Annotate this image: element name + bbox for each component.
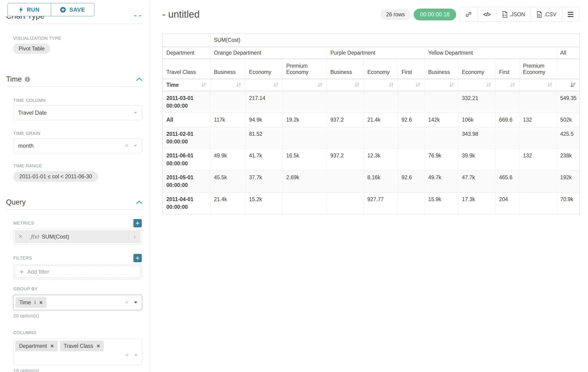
sort-toggle-icon[interactable]	[236, 82, 242, 88]
row-header: 2011-04-01 00:00:00	[162, 192, 210, 214]
columns-pill-label: Travel Class	[64, 343, 93, 349]
caret-right-icon[interactable]: ›	[128, 230, 141, 243]
cell: 332.21	[458, 91, 495, 113]
cell: 132	[519, 113, 556, 127]
hamburger-icon	[568, 12, 573, 17]
sort-cell	[398, 79, 424, 91]
metrics-label: METRICS	[13, 221, 34, 226]
metric-item[interactable]: ✕ ƒ(x) SUM(Cost) ›	[15, 230, 141, 243]
columns-pill[interactable]: Department ✕	[15, 340, 58, 351]
cell	[398, 192, 424, 214]
cell: 132	[519, 149, 556, 171]
cell	[519, 192, 556, 214]
cell: 45.5k	[210, 170, 245, 192]
time-range-value[interactable]: 2011-01-01 ≤ col < 2011-06-30	[13, 171, 98, 182]
time-grain-label: TIME GRAIN	[13, 131, 150, 136]
export-csv-button[interactable]: .CSV	[531, 7, 562, 22]
caret-down-icon[interactable]	[134, 354, 137, 356]
sort-descending-icon[interactable]	[570, 82, 576, 88]
table-row: 2011-03-01 00:00:00 217.14 332.21 549.35	[162, 91, 580, 113]
group-by-select[interactable]: Time i ✕ ✕	[13, 295, 142, 310]
chevron-up-icon[interactable]	[134, 15, 142, 17]
group-by-pill[interactable]: Time i ✕	[16, 297, 46, 308]
add-filter-button[interactable]: Add filter	[15, 266, 141, 278]
table-row: All 117k 94.9k 19.2k 937.2 21.4k 92.6 14…	[162, 113, 580, 127]
cell	[495, 91, 519, 113]
page-title[interactable]: - untitled	[162, 9, 200, 20]
remove-pill-icon[interactable]: ✕	[96, 343, 100, 349]
sub-column-header: First	[495, 59, 519, 79]
time-column-select[interactable]: Travel Date	[13, 105, 142, 120]
plus-circle-icon	[60, 7, 66, 13]
save-button[interactable]: SAVE	[51, 3, 94, 16]
link-icon	[465, 11, 472, 18]
sort-toggle-icon[interactable]	[317, 82, 323, 88]
more-options-button[interactable]	[562, 7, 579, 22]
export-json-button[interactable]: .JSON	[496, 7, 531, 22]
cell: 117k	[210, 113, 245, 127]
cell	[364, 127, 398, 149]
sort-toggle-icon[interactable]	[354, 82, 360, 88]
metric-main: ƒ(x) SUM(Cost)	[27, 234, 128, 240]
run-button[interactable]: RUN	[8, 3, 51, 16]
cell	[519, 127, 556, 149]
sort-toggle-icon[interactable]	[273, 82, 279, 88]
cell: 343.98	[458, 127, 495, 149]
plus-icon	[19, 269, 24, 274]
caret-down-icon	[134, 112, 137, 114]
cell: 49.9k	[210, 149, 245, 171]
cell	[398, 127, 424, 149]
columns-pill[interactable]: Travel Class ✕	[60, 340, 104, 351]
sub-column-header-empty	[556, 59, 580, 79]
sort-toggle-icon[interactable]	[449, 82, 454, 88]
clear-icon[interactable]: ✕	[125, 299, 129, 306]
time-grain-value: month	[18, 142, 125, 149]
metric-header-row: SUM(Cost)	[162, 34, 580, 47]
visualization-type-value[interactable]: Pivot Table	[13, 44, 50, 54]
table-row: 2011-05-01 00:00:00 45.5k 37.7k 2.69k 8.…	[162, 170, 580, 192]
sort-cell	[458, 79, 495, 91]
cell	[519, 170, 556, 192]
cell: 21.4k	[364, 113, 398, 127]
group-by-option-count: 20 option(s)	[13, 313, 150, 319]
cell	[364, 91, 398, 113]
control-panel-sidebar: RUN SAVE Chart Type VISUALIZATION TYPE P…	[0, 0, 150, 372]
share-link-button[interactable]	[460, 7, 477, 22]
sort-toggle-icon[interactable]	[547, 82, 553, 88]
column-group-header: All	[556, 47, 580, 59]
cell	[519, 91, 556, 113]
sort-toggle-icon[interactable]	[486, 82, 492, 88]
clear-icon[interactable]: ✕	[125, 352, 129, 358]
chevron-up-icon[interactable]	[136, 77, 142, 81]
row-header: 2011-02-01 00:00:00	[162, 127, 210, 149]
time-section-title: Time	[6, 75, 22, 84]
cell: 204	[495, 192, 519, 214]
remove-pill-icon[interactable]: ✕	[39, 300, 43, 305]
time-grain-select[interactable]: month ✕	[13, 138, 142, 153]
sort-toggle-icon[interactable]	[510, 82, 515, 88]
caret-down-icon[interactable]	[134, 302, 137, 303]
columns-select[interactable]: Department ✕ Travel Class ✕ ✕	[13, 339, 142, 365]
section-divider	[6, 24, 143, 24]
sub-column-header: Economy	[364, 59, 398, 79]
metrics-header-row: METRICS	[13, 219, 142, 227]
clear-icon[interactable]: ✕	[125, 143, 129, 149]
add-metric-button[interactable]	[133, 219, 142, 227]
cell: 17.3k	[458, 192, 495, 214]
group-by-label: GROUP BY	[13, 287, 150, 292]
columns-option-count: 19 option(s)	[13, 368, 150, 372]
sort-toggle-icon[interactable]	[388, 82, 394, 88]
row-header: 2011-06-01 00:00:00	[162, 149, 210, 171]
cell: 21.4k	[210, 192, 245, 214]
add-filter-plus-button[interactable]	[133, 254, 142, 262]
remove-pill-icon[interactable]: ✕	[50, 343, 54, 349]
remove-metric-icon[interactable]: ✕	[15, 230, 27, 243]
sort-toggle-icon[interactable]	[201, 82, 206, 88]
view-query-button[interactable]: </>	[477, 7, 496, 22]
time-axis-cell: Time	[162, 79, 210, 91]
run-button-label: RUN	[27, 7, 40, 13]
sort-toggle-icon[interactable]	[415, 82, 421, 88]
export-button-group: </> .JSON .CSV	[460, 7, 579, 22]
cell: 41.7k	[245, 149, 282, 171]
chevron-up-icon[interactable]	[136, 200, 142, 204]
